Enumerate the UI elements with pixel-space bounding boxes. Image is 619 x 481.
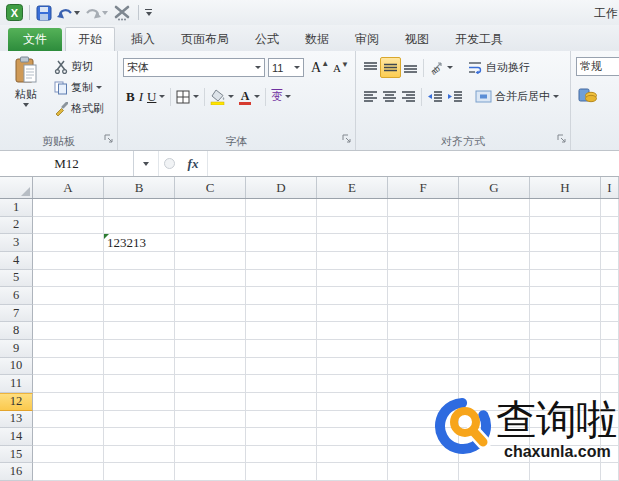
cell-G1[interactable]	[459, 199, 530, 217]
cell-E7[interactable]	[317, 305, 388, 323]
cell-F9[interactable]	[388, 340, 459, 358]
tab-developer[interactable]: 开发工具	[442, 28, 516, 51]
cell-E8[interactable]	[317, 322, 388, 340]
cell-C4[interactable]	[175, 252, 246, 270]
cell-B3[interactable]: 123213	[104, 234, 175, 252]
borders-dropdown-icon[interactable]	[193, 95, 199, 98]
column-header-C[interactable]: C	[175, 177, 246, 198]
cell-E15[interactable]	[317, 446, 388, 464]
column-header-D[interactable]: D	[246, 177, 317, 198]
cell-D11[interactable]	[246, 375, 317, 393]
orientation-dropdown-icon[interactable]	[447, 66, 453, 69]
cell-A4[interactable]	[33, 252, 104, 270]
cell-A15[interactable]	[33, 446, 104, 464]
cell-D16[interactable]	[246, 463, 317, 481]
cell-C5[interactable]	[175, 270, 246, 288]
cell-F3[interactable]	[388, 234, 459, 252]
select-all-button[interactable]	[0, 177, 33, 198]
cell-B13[interactable]	[104, 411, 175, 429]
cell-D1[interactable]	[246, 199, 317, 217]
orientation-button[interactable]: ab	[427, 57, 455, 78]
cell-C2[interactable]	[175, 217, 246, 235]
bold-button[interactable]: B	[124, 86, 137, 107]
font-size-dropdown-icon[interactable]	[294, 66, 300, 69]
cell-I10[interactable]	[601, 358, 619, 376]
column-header-B[interactable]: B	[104, 177, 175, 198]
redo-dropdown-icon[interactable]	[102, 11, 108, 15]
cell-E11[interactable]	[317, 375, 388, 393]
cell-B5[interactable]	[104, 270, 175, 288]
formula-bar-splitter[interactable]	[159, 151, 179, 176]
cell-F1[interactable]	[388, 199, 459, 217]
align-left-button[interactable]	[361, 86, 380, 107]
row-header-2[interactable]: 2	[0, 217, 33, 235]
cell-A9[interactable]	[33, 340, 104, 358]
cell-A3[interactable]	[33, 234, 104, 252]
cell-E2[interactable]	[317, 217, 388, 235]
cell-G3[interactable]	[459, 234, 530, 252]
cell-C12[interactable]	[175, 393, 246, 411]
cell-E3[interactable]	[317, 234, 388, 252]
cell-F11[interactable]	[388, 375, 459, 393]
cell-D12[interactable]	[246, 393, 317, 411]
cell-F6[interactable]	[388, 287, 459, 305]
cell-B14[interactable]	[104, 428, 175, 446]
qat-more-button[interactable]	[143, 3, 154, 23]
cell-C3[interactable]	[175, 234, 246, 252]
fill-color-button[interactable]	[208, 86, 236, 107]
cell-C10[interactable]	[175, 358, 246, 376]
align-bottom-button[interactable]	[401, 57, 420, 78]
excel-app-icon[interactable]: X	[4, 3, 25, 23]
cell-D4[interactable]	[246, 252, 317, 270]
font-color-dropdown-icon[interactable]	[254, 95, 260, 98]
column-header-I[interactable]: I	[601, 177, 619, 198]
cell-H8[interactable]	[530, 322, 601, 340]
insert-function-button[interactable]: fx	[179, 151, 207, 176]
cell-A2[interactable]	[33, 217, 104, 235]
undo-button[interactable]	[54, 3, 82, 23]
cell-B9[interactable]	[104, 340, 175, 358]
cell-B16[interactable]	[104, 463, 175, 481]
cell-F7[interactable]	[388, 305, 459, 323]
cell-A11[interactable]	[33, 375, 104, 393]
column-header-H[interactable]: H	[530, 177, 601, 198]
cell-G7[interactable]	[459, 305, 530, 323]
cell-B4[interactable]	[104, 252, 175, 270]
cell-B7[interactable]	[104, 305, 175, 323]
tab-formulas[interactable]: 公式	[242, 28, 292, 51]
cell-C1[interactable]	[175, 199, 246, 217]
name-box[interactable]: M12	[0, 151, 134, 176]
cell-D15[interactable]	[246, 446, 317, 464]
row-header-12[interactable]: 12	[0, 393, 33, 411]
cell-D10[interactable]	[246, 358, 317, 376]
cell-H11[interactable]	[530, 375, 601, 393]
decrease-indent-button[interactable]	[425, 86, 445, 107]
cell-G10[interactable]	[459, 358, 530, 376]
cell-A14[interactable]	[33, 428, 104, 446]
wrap-text-button[interactable]: 自动换行	[465, 57, 532, 78]
cell-C13[interactable]	[175, 411, 246, 429]
row-header-15[interactable]: 15	[0, 446, 33, 464]
cell-B1[interactable]	[104, 199, 175, 217]
cell-B15[interactable]	[104, 446, 175, 464]
cell-E1[interactable]	[317, 199, 388, 217]
row-header-13[interactable]: 13	[0, 411, 33, 429]
cell-H7[interactable]	[530, 305, 601, 323]
row-header-5[interactable]: 5	[0, 270, 33, 288]
phonetic-dropdown-icon[interactable]	[285, 95, 291, 98]
tab-page-layout[interactable]: 页面布局	[168, 28, 242, 51]
cell-H2[interactable]	[530, 217, 601, 235]
cell-D7[interactable]	[246, 305, 317, 323]
cut-button[interactable]: 剪切	[52, 56, 106, 77]
cell-G8[interactable]	[459, 322, 530, 340]
cell-D3[interactable]	[246, 234, 317, 252]
cell-E13[interactable]	[317, 411, 388, 429]
column-header-A[interactable]: A	[33, 177, 104, 198]
font-size-select[interactable]: 11	[268, 58, 304, 77]
clipboard-dialog-launcher-icon[interactable]	[104, 133, 114, 147]
row-header-9[interactable]: 9	[0, 340, 33, 358]
cell-I1[interactable]	[601, 199, 619, 217]
font-dialog-launcher-icon[interactable]	[342, 133, 352, 147]
row-header-10[interactable]: 10	[0, 358, 33, 376]
cell-H5[interactable]	[530, 270, 601, 288]
